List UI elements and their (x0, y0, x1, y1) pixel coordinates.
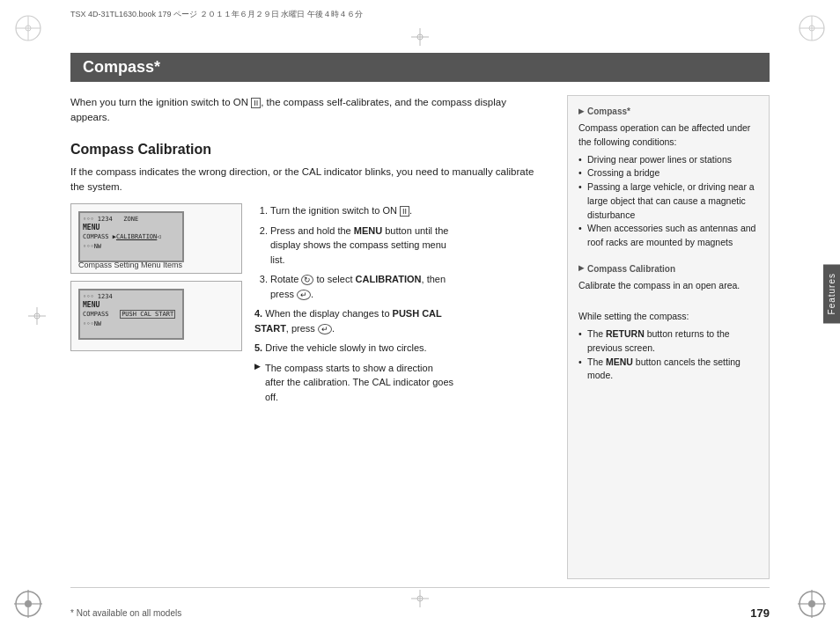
section-heading: Compass Calibration (70, 142, 544, 158)
left-column: When you turn the ignition switch to ON … (70, 95, 553, 579)
sidebar-section-calibration: Compass Calibration Calibrate the compas… (578, 262, 758, 383)
page-title: Compass* (83, 58, 757, 77)
bottom-bar: * Not available on all models 179 (70, 606, 770, 620)
corner-top-left (12, 12, 44, 44)
intro-text: When you turn the ignition switch to ON … (70, 95, 544, 126)
step-1: Turn the ignition switch to ON II. (270, 203, 453, 218)
crosshair-top-center (409, 26, 431, 48)
corner-bottom-left (12, 588, 44, 620)
title-bar: Compass* (70, 53, 770, 82)
diagram-1: ◦◦◦ 1234 ZONE MENU COMPASS ▶CALIBRATION◁… (70, 203, 242, 274)
sidebar-bullet-3: Passing a large vehicle, or driving near… (578, 180, 758, 222)
footnote: * Not available on all models (70, 608, 181, 618)
right-sidebar: Compass* Compass operation can be affect… (567, 95, 770, 579)
sidebar-section2-list: The RETURN button returns to the previou… (578, 327, 758, 383)
sidebar-cal-bullet-2: The MENU button cancels the setting mode… (578, 356, 758, 384)
step-5: 5. Drive the vehicle slowly in two circl… (254, 341, 453, 356)
page-number: 179 (750, 606, 770, 620)
diagram1-caption: Compass Setting Menu Items (78, 261, 182, 269)
sidebar-section2-body: Calibrate the compass in an open area. (578, 279, 758, 293)
section-intro: If the compass indicates the wrong direc… (70, 165, 544, 195)
features-tab: Features (823, 264, 840, 323)
sidebar-section1-title: Compass* (578, 105, 758, 118)
sidebar-section2-title: Compass Calibration (578, 262, 758, 276)
crosshair-middle-left (26, 305, 48, 327)
sidebar-section1-list: Driving near power lines or stations Cro… (578, 153, 758, 250)
sidebar-bullet-4: When accessories such as antennas and ro… (578, 222, 758, 250)
corner-bottom-right (796, 588, 828, 620)
sidebar-section2-extra: While setting the compass: (578, 310, 758, 324)
main-content: When you turn the ignition switch to ON … (70, 95, 770, 579)
file-info: TSX 4D-31TL1630.book 179 ページ ２０１１年６月２９日 … (70, 9, 363, 20)
corner-top-right (796, 12, 828, 44)
svg-point-11 (25, 600, 32, 607)
sidebar-section1-body: Compass operation can be affected under … (578, 121, 758, 150)
bottom-divider (70, 587, 770, 588)
step-3: Rotate ↻ to select CALIBRATION, then pre… (270, 272, 453, 301)
arrow-result: The compass starts to show a direction a… (254, 361, 453, 405)
step-2: Press and hold the MENU button until the… (270, 224, 453, 268)
sidebar-bullet-2: Crossing a bridge (578, 166, 758, 180)
sidebar-section-compass: Compass* Compass operation can be affect… (578, 105, 758, 250)
diagram-2: ◦◦◦ 1234 MENU COMPASS PUSH CAL START ◦◦◦… (70, 281, 242, 351)
steps-column: Turn the ignition switch to ON II. Press… (251, 203, 453, 408)
sidebar-cal-bullet-1: The RETURN button returns to the previou… (578, 327, 758, 356)
step-4: 4. When the display changes to PUSH CAL … (254, 306, 453, 335)
svg-point-15 (808, 600, 815, 607)
sidebar-bullet-1: Driving near power lines or stations (578, 153, 758, 167)
